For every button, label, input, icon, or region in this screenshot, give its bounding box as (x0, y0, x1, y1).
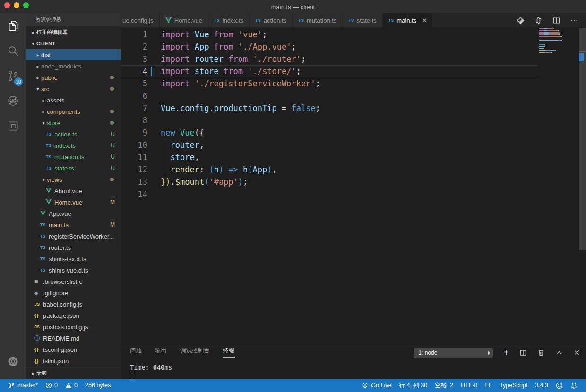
code-line-5[interactable]: 5import './registerServiceWorker'; (121, 77, 539, 90)
tab-home.vue[interactable]: Home.vue (160, 13, 208, 27)
panel-tab-输出[interactable]: 输出 (155, 347, 167, 358)
tree-item-src[interactable]: ▾src (26, 83, 121, 94)
tree-item-tslint.json[interactable]: {}tslint.json (26, 355, 121, 366)
activity-source-control-icon[interactable]: 10 (0, 63, 26, 88)
tree-item-tsconfig.json[interactable]: {}tsconfig.json (26, 344, 121, 355)
panel-tab-问题[interactable]: 问题 (130, 347, 142, 358)
tree-item-views[interactable]: ▾views (26, 174, 121, 185)
code-line-4[interactable]: 4import store from './store/'; (121, 65, 539, 77)
tree-item-.browserslistrc[interactable]: ≡.browserslistrc (26, 276, 121, 287)
tree-item-main.ts[interactable]: TSmain.tsM (26, 219, 121, 230)
code-line-3[interactable]: 3import router from './router'; (121, 53, 539, 65)
close-tab-icon[interactable]: ✕ (422, 17, 427, 24)
code-line-9[interactable]: 9new Vue({ (121, 127, 539, 139)
status-ts-version[interactable]: 3.4.3 (531, 379, 552, 392)
tree-item-shims-vue.d.ts[interactable]: TSshims-vue.d.ts (26, 264, 121, 276)
status-cursor-position[interactable]: 行 4, 列 30 (395, 379, 431, 392)
status-language[interactable]: TypeScript (496, 379, 531, 392)
switch-editor-icon[interactable] (534, 17, 543, 25)
tree-item-store[interactable]: ▾store (26, 117, 121, 128)
code-line-14[interactable]: 14 (121, 188, 539, 200)
line-number: 8 (121, 114, 147, 127)
code-line-12[interactable]: 12 render: (h) => h(App), (121, 163, 539, 176)
tree-item-components[interactable]: ▸components (26, 106, 121, 117)
tree-item-shims-tsx.d.ts[interactable]: TSshims-tsx.d.ts (26, 253, 121, 264)
status-indentation[interactable]: 空格: 2 (431, 379, 457, 392)
status-encoding[interactable]: UTF-8 (457, 379, 481, 392)
tree-item-mutation.ts[interactable]: TSmutation.tsU (26, 151, 121, 162)
window-title: main.ts — client (271, 3, 315, 10)
tree-item-assets[interactable]: ▸assets (26, 94, 121, 106)
indent-guide (165, 163, 165, 176)
tab-action.ts[interactable]: TSaction.ts (250, 13, 293, 27)
open-editors-section[interactable]: ▸ 打开的编辑器 (26, 26, 121, 38)
tree-item-public[interactable]: ▸public (26, 72, 121, 83)
activity-extensions-icon[interactable] (0, 113, 26, 138)
terminal-output[interactable]: Time: 640ms (130, 364, 172, 378)
tab-main.ts[interactable]: TSmain.ts✕ (383, 13, 433, 27)
tree-item-nodemodules[interactable]: ▸node_modules (26, 60, 121, 72)
status-warnings[interactable]: 0 (61, 379, 81, 392)
panel-tab-调试控制台[interactable]: 调试控制台 (180, 347, 210, 358)
terminal-select[interactable]: 1: node ▲▼ (414, 348, 493, 358)
outline-section[interactable]: ▸ 大纲 (26, 367, 121, 379)
tree-item-package.json[interactable]: {}package.json (26, 310, 121, 321)
chevron-down-icon: ▾ (40, 177, 47, 182)
code-line-2[interactable]: 2import App from './App.vue'; (121, 41, 539, 53)
tree-item-index.ts[interactable]: TSindex.tsU (26, 140, 121, 151)
code-line-10[interactable]: 10 router, (121, 139, 539, 151)
status-eol[interactable]: LF (482, 379, 496, 392)
status-errors[interactable]: 0 (42, 379, 61, 392)
activity-debug-icon[interactable] (0, 88, 26, 113)
status-feedback[interactable] (552, 379, 567, 392)
tree-item-action.ts[interactable]: TSaction.tsU (26, 128, 121, 140)
code-line-7[interactable]: 7Vue.config.productionTip = false; (121, 102, 539, 114)
activity-search-icon[interactable] (0, 38, 26, 63)
status-git-branch[interactable]: master* (5, 379, 42, 392)
kill-terminal-icon[interactable] (537, 349, 545, 357)
status-notifications[interactable] (567, 379, 581, 392)
close-panel-icon[interactable] (573, 349, 580, 356)
project-root-section[interactable]: ▾ CLIENT (26, 38, 121, 49)
code-line-8[interactable]: 8 (121, 114, 539, 127)
tab-index.ts[interactable]: TSindex.ts (208, 13, 250, 27)
code-line-1[interactable]: 1import Vue from 'vue'; (121, 28, 539, 41)
tree-item-state.ts[interactable]: TSstate.tsU (26, 162, 121, 174)
minimap[interactable] (539, 28, 578, 56)
tree-item-home.vue[interactable]: Home.vueM (26, 196, 121, 208)
more-actions-icon[interactable]: ⋯ (570, 16, 578, 25)
code-editor[interactable]: 1import Vue from 'vue';2import App from … (121, 27, 586, 344)
tree-item-about.vue[interactable]: About.vue (26, 185, 121, 196)
tree-item-app.vue[interactable]: App.vue (26, 208, 121, 219)
settings-gear-icon[interactable] (0, 349, 26, 374)
activity-explorer-icon[interactable] (0, 13, 26, 38)
tab-state.ts[interactable]: TSstate.ts (343, 13, 382, 27)
minimize-window-button[interactable] (14, 2, 19, 8)
tab-mutation.ts[interactable]: TSmutation.ts (293, 13, 343, 27)
tree-item-.gitignore[interactable]: ◆.gitignore (26, 287, 121, 298)
tree-item-registerserviceworker...[interactable]: TSregisterServiceWorker... (26, 230, 121, 242)
split-editor-icon[interactable] (552, 17, 560, 25)
tree-item-dist[interactable]: ▸dist (26, 49, 121, 60)
zoom-window-button[interactable] (23, 2, 29, 8)
code-line-11[interactable]: 11 store, (121, 151, 539, 163)
tree-item-router.ts[interactable]: TSrouter.ts (26, 242, 121, 253)
tree-item-postcss.config.js[interactable]: JSpostcss.config.js (26, 321, 121, 332)
status-bar-right: Go Live行 4, 列 30空格: 2UTF-8LFTypeScript3.… (358, 379, 581, 392)
status-file-size[interactable]: 256 bytes (81, 379, 114, 392)
open-changes-icon[interactable] (517, 17, 525, 25)
code-line-13[interactable]: 13}).$mount('#app'); (121, 176, 539, 188)
maximize-panel-icon[interactable] (555, 349, 563, 357)
new-terminal-icon[interactable]: + (503, 347, 509, 358)
panel-tab-终端[interactable]: 终端 (223, 347, 235, 358)
close-window-button[interactable] (4, 2, 10, 8)
status-go-live[interactable]: Go Live (358, 379, 395, 392)
code-line-6[interactable]: 6 (121, 90, 539, 102)
tab-ue.config.js[interactable]: ue.config.js (121, 13, 160, 27)
feedback-icon (556, 382, 563, 389)
editor-scrollbar[interactable] (579, 27, 586, 344)
scrollbar-thumb[interactable] (579, 28, 586, 250)
tree-item-babel.config.js[interactable]: JSbabel.config.js (26, 298, 121, 310)
split-terminal-icon[interactable] (519, 349, 527, 357)
tree-item-readme.md[interactable]: ⓘREADME.md (26, 332, 121, 344)
